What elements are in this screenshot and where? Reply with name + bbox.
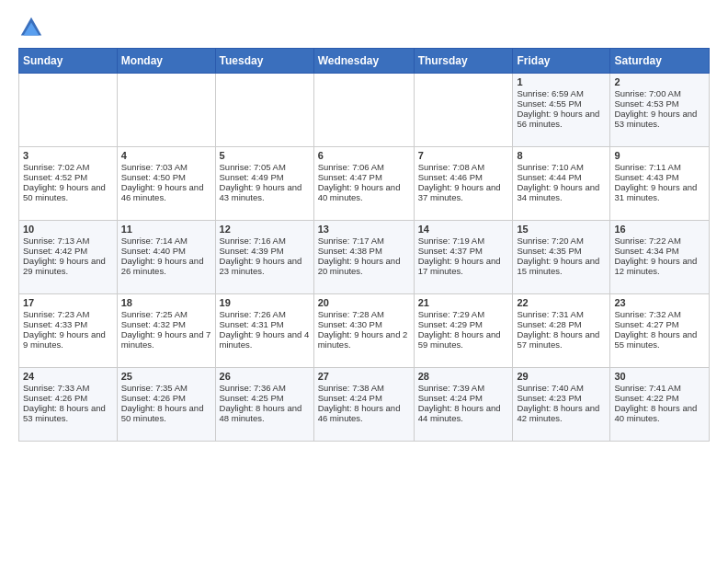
daylight-text: Daylight: 8 hours and 55 minutes.	[614, 329, 705, 350]
daylight-text: Daylight: 9 hours and 4 minutes.	[220, 329, 310, 350]
daylight-text: Daylight: 8 hours and 42 minutes.	[517, 403, 606, 423]
calendar-cell: 5Sunrise: 7:05 AMSunset: 4:49 PMDaylight…	[215, 147, 313, 221]
daylight-text: Daylight: 8 hours and 48 minutes.	[220, 403, 310, 423]
sunset-text: Sunset: 4:38 PM	[318, 246, 410, 256]
logo	[18, 15, 48, 40]
day-number: 17	[23, 297, 113, 308]
sunrise-text: Sunrise: 7:11 AM	[614, 162, 705, 172]
daylight-text: Daylight: 9 hours and 37 minutes.	[418, 182, 509, 202]
sunrise-text: Sunrise: 7:26 AM	[220, 309, 310, 319]
sunrise-text: Sunrise: 7:16 AM	[220, 236, 310, 246]
sunset-text: Sunset: 4:37 PM	[418, 246, 509, 256]
calendar-cell: 2Sunrise: 7:00 AMSunset: 4:53 PMDaylight…	[610, 74, 710, 147]
daylight-text: Daylight: 9 hours and 23 minutes.	[220, 256, 310, 276]
day-number: 24	[23, 371, 113, 382]
sunrise-text: Sunrise: 7:06 AM	[318, 162, 410, 172]
day-number: 25	[121, 371, 211, 382]
sunrise-text: Sunrise: 7:19 AM	[418, 236, 509, 246]
calendar-day-header: Friday	[513, 49, 610, 74]
calendar-cell: 4Sunrise: 7:03 AMSunset: 4:50 PMDaylight…	[117, 147, 215, 221]
sunrise-text: Sunrise: 7:28 AM	[318, 309, 410, 319]
calendar-cell: 8Sunrise: 7:10 AMSunset: 4:44 PMDaylight…	[513, 147, 610, 221]
daylight-text: Daylight: 8 hours and 40 minutes.	[614, 403, 705, 423]
sunset-text: Sunset: 4:32 PM	[121, 319, 211, 329]
sunset-text: Sunset: 4:33 PM	[23, 319, 113, 329]
day-number: 13	[318, 224, 410, 235]
calendar-week-row: 10Sunrise: 7:13 AMSunset: 4:42 PMDayligh…	[19, 221, 710, 294]
sunset-text: Sunset: 4:25 PM	[220, 393, 310, 403]
sunset-text: Sunset: 4:39 PM	[220, 246, 310, 256]
sunset-text: Sunset: 4:29 PM	[418, 319, 509, 329]
daylight-text: Daylight: 8 hours and 59 minutes.	[418, 329, 509, 350]
sunrise-text: Sunrise: 7:41 AM	[614, 383, 705, 393]
day-number: 5	[220, 150, 310, 161]
calendar-day-header: Tuesday	[215, 49, 313, 74]
sunset-text: Sunset: 4:23 PM	[517, 393, 606, 403]
header-area	[18, 15, 710, 40]
calendar-cell	[215, 74, 313, 147]
calendar-day-header: Saturday	[610, 49, 710, 74]
sunrise-text: Sunrise: 7:23 AM	[23, 309, 113, 319]
day-number: 29	[517, 371, 606, 382]
daylight-text: Daylight: 9 hours and 50 minutes.	[23, 182, 113, 202]
day-number: 14	[418, 224, 509, 235]
sunrise-text: Sunrise: 7:33 AM	[23, 383, 113, 393]
day-number: 30	[614, 371, 705, 382]
calendar-week-row: 1Sunrise: 6:59 AMSunset: 4:55 PMDaylight…	[19, 74, 710, 147]
calendar-cell: 16Sunrise: 7:22 AMSunset: 4:34 PMDayligh…	[610, 221, 710, 294]
daylight-text: Daylight: 9 hours and 15 minutes.	[517, 256, 606, 276]
sunset-text: Sunset: 4:24 PM	[418, 393, 509, 403]
sunrise-text: Sunrise: 7:36 AM	[220, 383, 310, 393]
calendar-cell: 20Sunrise: 7:28 AMSunset: 4:30 PMDayligh…	[313, 294, 414, 368]
sunset-text: Sunset: 4:44 PM	[517, 172, 606, 182]
day-number: 28	[418, 371, 509, 382]
calendar-cell: 3Sunrise: 7:02 AMSunset: 4:52 PMDaylight…	[19, 147, 118, 221]
sunset-text: Sunset: 4:35 PM	[517, 246, 606, 256]
sunrise-text: Sunrise: 7:35 AM	[121, 383, 211, 393]
sunset-text: Sunset: 4:26 PM	[121, 393, 211, 403]
calendar-cell: 6Sunrise: 7:06 AMSunset: 4:47 PMDaylight…	[313, 147, 414, 221]
sunset-text: Sunset: 4:30 PM	[318, 319, 410, 329]
logo-icon	[18, 15, 44, 40]
day-number: 23	[614, 297, 705, 308]
daylight-text: Daylight: 8 hours and 46 minutes.	[318, 403, 410, 423]
calendar-cell: 28Sunrise: 7:39 AMSunset: 4:24 PMDayligh…	[414, 368, 513, 442]
day-number: 10	[23, 224, 113, 235]
calendar: SundayMondayTuesdayWednesdayThursdayFrid…	[18, 48, 710, 442]
day-number: 3	[23, 150, 113, 161]
sunset-text: Sunset: 4:49 PM	[220, 172, 310, 182]
calendar-cell: 15Sunrise: 7:20 AMSunset: 4:35 PMDayligh…	[513, 221, 610, 294]
calendar-header-row: SundayMondayTuesdayWednesdayThursdayFrid…	[19, 49, 710, 74]
daylight-text: Daylight: 8 hours and 53 minutes.	[23, 403, 113, 423]
sunrise-text: Sunrise: 7:25 AM	[121, 309, 211, 319]
day-number: 7	[418, 150, 509, 161]
day-number: 21	[418, 297, 509, 308]
calendar-cell: 12Sunrise: 7:16 AMSunset: 4:39 PMDayligh…	[215, 221, 313, 294]
calendar-cell: 14Sunrise: 7:19 AMSunset: 4:37 PMDayligh…	[414, 221, 513, 294]
sunrise-text: Sunrise: 7:38 AM	[318, 383, 410, 393]
daylight-text: Daylight: 9 hours and 31 minutes.	[614, 182, 705, 202]
daylight-text: Daylight: 8 hours and 44 minutes.	[418, 403, 509, 423]
day-number: 8	[517, 150, 606, 161]
day-number: 15	[517, 224, 606, 235]
sunrise-text: Sunrise: 7:39 AM	[418, 383, 509, 393]
sunrise-text: Sunrise: 7:29 AM	[418, 309, 509, 319]
calendar-cell: 1Sunrise: 6:59 AMSunset: 4:55 PMDaylight…	[513, 74, 610, 147]
day-number: 1	[517, 76, 606, 87]
daylight-text: Daylight: 9 hours and 34 minutes.	[517, 182, 606, 202]
sunset-text: Sunset: 4:55 PM	[517, 98, 606, 109]
day-number: 11	[121, 224, 211, 235]
sunrise-text: Sunrise: 7:03 AM	[121, 162, 211, 172]
day-number: 18	[121, 297, 211, 308]
day-number: 16	[614, 224, 705, 235]
calendar-cell	[117, 74, 215, 147]
calendar-cell	[313, 74, 414, 147]
sunset-text: Sunset: 4:26 PM	[23, 393, 113, 403]
daylight-text: Daylight: 9 hours and 9 minutes.	[23, 329, 113, 350]
sunrise-text: Sunrise: 7:13 AM	[23, 236, 113, 246]
calendar-day-header: Wednesday	[313, 49, 414, 74]
sunrise-text: Sunrise: 7:14 AM	[121, 236, 211, 246]
sunset-text: Sunset: 4:22 PM	[614, 393, 705, 403]
calendar-cell: 11Sunrise: 7:14 AMSunset: 4:40 PMDayligh…	[117, 221, 215, 294]
sunset-text: Sunset: 4:34 PM	[614, 246, 705, 256]
